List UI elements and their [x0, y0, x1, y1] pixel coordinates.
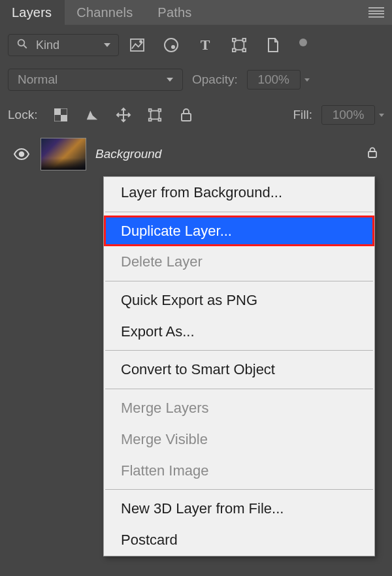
menu-item-layer-from-background[interactable]: Layer from Background...	[104, 177, 374, 208]
chevron-down-icon	[104, 43, 110, 47]
svg-point-20	[20, 152, 24, 157]
layer-type-filters: T	[129, 37, 307, 53]
svg-rect-8	[243, 49, 246, 52]
chevron-down-icon[interactable]	[379, 114, 384, 117]
fill-input[interactable]: 100%	[321, 105, 375, 125]
layer-context-menu: Layer from Background...Duplicate Layer.…	[103, 176, 375, 556]
opacity-input[interactable]: 100%	[247, 70, 301, 89]
pixel-layer-filter-icon[interactable]	[129, 37, 145, 53]
lock-transparent-pixels-icon[interactable]	[53, 107, 69, 123]
lock-row: Lock:	[8, 102, 384, 128]
layer-locked-icon	[367, 147, 378, 161]
svg-rect-11	[61, 115, 67, 121]
blend-mode-value: Normal	[18, 72, 57, 87]
lock-all-icon[interactable]	[178, 107, 194, 123]
filter-kind-label: Kind	[36, 39, 59, 52]
menu-item-postcard[interactable]: Postcard	[104, 524, 374, 556]
svg-line-1	[24, 45, 27, 48]
svg-rect-14	[151, 111, 159, 120]
layer-thumbnail[interactable]	[41, 138, 86, 170]
chevron-down-icon[interactable]	[304, 78, 310, 82]
opacity-value: 100%	[257, 72, 289, 87]
tab-layers[interactable]: Layers	[0, 0, 65, 25]
menu-item-convert-to-smart-object[interactable]: Convert to Smart Object	[104, 354, 374, 385]
svg-rect-7	[233, 49, 236, 52]
svg-rect-6	[243, 39, 246, 42]
prevent-nesting-icon[interactable]	[147, 107, 163, 123]
svg-rect-16	[159, 109, 161, 112]
blend-row: Normal Opacity: 100%	[8, 67, 384, 93]
menu-separator	[105, 281, 373, 281]
blend-mode-dropdown[interactable]: Normal	[8, 69, 183, 91]
lock-position-icon[interactable]	[116, 107, 131, 123]
adjustment-layer-filter-icon[interactable]	[163, 37, 179, 53]
type-layer-filter-icon[interactable]: T	[197, 37, 213, 53]
lock-label: Lock:	[8, 108, 37, 122]
menu-item-delete-layer: Delete Layer	[104, 246, 374, 278]
filter-toggle-indicator[interactable]	[299, 39, 307, 46]
fill-label: Fill:	[293, 108, 312, 122]
menu-item-new-3d-layer-from-file[interactable]: New 3D Layer from File...	[104, 493, 374, 524]
smart-object-filter-icon[interactable]	[265, 37, 281, 53]
layer-filter-row: Kind T	[8, 33, 384, 57]
svg-rect-10	[54, 108, 61, 115]
layers-panel: Layers Channels Paths Kind	[0, 0, 392, 576]
panel-flyout-menu-icon[interactable]	[367, 5, 385, 20]
menu-item-merge-layers: Merge Layers	[104, 392, 374, 424]
svg-rect-15	[149, 109, 152, 112]
menu-item-flatten-image: Flatten Image	[104, 455, 374, 487]
tab-channels[interactable]: Channels	[65, 0, 146, 25]
lock-image-pixels-icon[interactable]	[84, 107, 100, 123]
chevron-down-icon	[167, 78, 173, 82]
panel-tabs: Layers Channels Paths	[0, 0, 392, 25]
tab-paths[interactable]: Paths	[146, 0, 204, 25]
layer-row-background[interactable]: Background	[8, 135, 384, 174]
menu-item-duplicate-layer[interactable]: Duplicate Layer...	[104, 216, 374, 247]
menu-item-quick-export-as-png[interactable]: Quick Export as PNG	[104, 285, 374, 316]
visibility-eye-icon[interactable]	[12, 148, 31, 160]
shape-layer-filter-icon[interactable]	[231, 37, 247, 53]
svg-rect-18	[159, 119, 161, 121]
menu-separator	[105, 212, 373, 212]
opacity-label: Opacity:	[192, 72, 238, 87]
fill-value: 100%	[333, 108, 365, 122]
menu-separator	[105, 350, 373, 351]
svg-rect-21	[368, 152, 376, 157]
layer-name[interactable]: Background	[95, 147, 358, 161]
svg-rect-19	[182, 114, 191, 121]
menu-item-export-as[interactable]: Export As...	[104, 316, 374, 347]
svg-point-3	[140, 40, 142, 42]
svg-rect-5	[233, 39, 236, 42]
menu-separator	[105, 389, 373, 389]
filter-kind-dropdown[interactable]: Kind	[8, 34, 119, 56]
menu-separator	[105, 489, 373, 490]
svg-point-0	[18, 39, 25, 46]
svg-rect-17	[149, 119, 152, 121]
search-icon	[16, 38, 28, 53]
menu-item-merge-visible: Merge Visible	[104, 424, 374, 455]
